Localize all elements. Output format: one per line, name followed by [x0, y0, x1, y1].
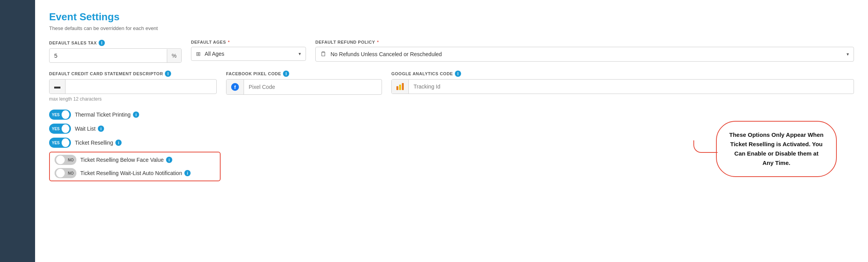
ages-required: *	[228, 40, 230, 44]
google-analytics-group: GOOGLE ANALYTICS CODE i	[391, 71, 854, 94]
form-row-2: DEFAULT CREDIT CARD STATEMENT DESCRIPTOR…	[49, 71, 854, 102]
ages-value: All Ages	[205, 51, 295, 57]
google-analytics-info-icon[interactable]: i	[455, 71, 461, 77]
analytics-icon	[392, 80, 409, 94]
thermal-knob	[62, 110, 69, 119]
sales-tax-input[interactable]	[49, 49, 167, 62]
facebook-pixel-group: FACEBOOK PIXEL CODE i f	[226, 71, 382, 95]
waitlist-info-icon[interactable]: i	[98, 126, 104, 132]
auto-notify-toggle[interactable]: NO	[55, 168, 76, 178]
credit-card-hint: max length 12 characters	[49, 96, 217, 102]
sales-tax-input-wrapper: %	[49, 48, 182, 63]
facebook-icon: f	[226, 80, 244, 94]
refund-value: No Refunds Unless Canceled or Reschedule…	[331, 51, 843, 57]
bordered-toggles: NO Ticket Reselling Below Face Value i N…	[49, 152, 221, 181]
below-face-no-label: NO	[67, 158, 75, 162]
sales-tax-info-icon[interactable]: i	[99, 40, 105, 46]
waitlist-yes-label: YES	[51, 127, 61, 131]
credit-card-label: DEFAULT CREDIT CARD STATEMENT DESCRIPTOR…	[49, 71, 217, 77]
auto-notify-text: Ticket Reselling Wait-List Auto Notifica…	[80, 170, 191, 176]
reselling-toggle[interactable]: YES	[49, 138, 71, 148]
credit-card-icon: ▬	[49, 80, 65, 94]
facebook-pixel-input-wrapper: f	[226, 79, 382, 95]
waitlist-text: Wait List i	[75, 126, 104, 132]
reselling-yes-label: YES	[51, 141, 61, 145]
auto-notify-info-icon[interactable]: i	[184, 170, 191, 176]
below-face-toggle[interactable]: NO	[55, 155, 76, 165]
auto-notify-knob	[56, 169, 65, 177]
google-analytics-label: GOOGLE ANALYTICS CODE i	[391, 71, 854, 77]
facebook-pixel-label: FACEBOOK PIXEL CODE i	[226, 71, 382, 77]
auto-notify-toggle-row: NO Ticket Reselling Wait-List Auto Notif…	[55, 168, 215, 178]
reselling-text: Ticket Reselling i	[75, 140, 122, 146]
thermal-text: Thermal Ticket Printing i	[75, 112, 139, 118]
thermal-toggle-row: YES Thermal Ticket Printing i	[49, 110, 854, 120]
callout-bubble: These Options Only Appear When Ticket Re…	[716, 121, 837, 177]
reselling-knob	[62, 138, 69, 147]
refund-policy-select[interactable]: 🗒 No Refunds Unless Canceled or Reschedu…	[315, 47, 854, 62]
refund-required: *	[377, 40, 379, 44]
sales-tax-suffix: %	[167, 49, 181, 62]
default-ages-label: DEFAULT AGES *	[191, 40, 306, 44]
refund-policy-group: DEFAULT REFUND POLICY * 🗒 No Refunds Unl…	[315, 40, 854, 62]
callout-text: These Options Only Appear When Ticket Re…	[728, 130, 824, 168]
ages-icon: ⊞	[196, 51, 201, 57]
waitlist-knob	[62, 124, 69, 133]
credit-card-info-icon[interactable]: i	[165, 71, 171, 77]
below-face-knob	[56, 156, 65, 164]
auto-notify-no-label: NO	[67, 171, 75, 175]
credit-card-input[interactable]	[65, 80, 216, 93]
analytics-bars	[396, 83, 404, 90]
fb-logo: f	[231, 83, 239, 91]
default-ages-group: DEFAULT AGES * ⊞ All Ages ▾	[191, 40, 306, 61]
thermal-yes-label: YES	[51, 113, 61, 117]
credit-card-input-wrapper: ▬	[49, 79, 217, 94]
sidebar	[0, 0, 35, 262]
refund-policy-label: DEFAULT REFUND POLICY *	[315, 40, 854, 44]
refund-chevron-icon: ▾	[847, 51, 849, 57]
reselling-info-icon[interactable]: i	[115, 140, 122, 146]
main-content: Event Settings These defaults can be ove…	[35, 0, 868, 262]
refund-icon: 🗒	[320, 51, 327, 58]
ages-chevron-icon: ▾	[299, 51, 301, 57]
waitlist-toggle[interactable]: YES	[49, 124, 71, 134]
form-row-1: DEFAULT SALES TAX i % DEFAULT AGES * ⊞ A…	[49, 40, 854, 63]
page-title: Event Settings	[49, 11, 854, 23]
below-face-toggle-row: NO Ticket Reselling Below Face Value i	[55, 155, 215, 165]
facebook-pixel-info-icon[interactable]: i	[283, 71, 289, 77]
sales-tax-label: DEFAULT SALES TAX i	[49, 40, 182, 46]
below-face-text: Ticket Reselling Below Face Value i	[80, 157, 172, 163]
below-face-info-icon[interactable]: i	[166, 157, 172, 163]
thermal-info-icon[interactable]: i	[133, 112, 139, 118]
google-analytics-input-wrapper	[391, 79, 854, 94]
page-subtitle: These defaults can be overridden for eac…	[49, 25, 854, 31]
credit-card-group: DEFAULT CREDIT CARD STATEMENT DESCRIPTOR…	[49, 71, 217, 102]
thermal-toggle[interactable]: YES	[49, 110, 71, 120]
default-ages-select[interactable]: ⊞ All Ages ▾	[191, 47, 306, 61]
google-analytics-input[interactable]	[409, 80, 854, 93]
facebook-pixel-input[interactable]	[244, 80, 382, 94]
sales-tax-group: DEFAULT SALES TAX i %	[49, 40, 182, 63]
